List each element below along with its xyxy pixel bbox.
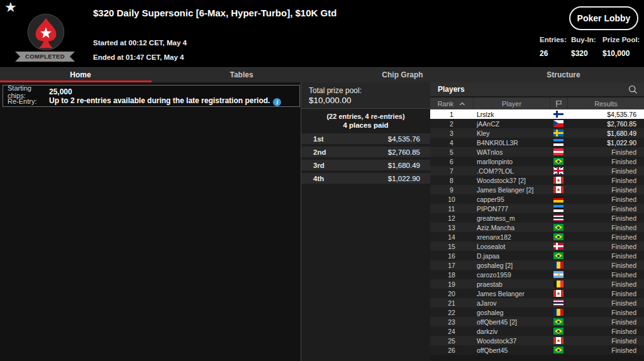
player-flag (550, 233, 567, 240)
payout-amount: $1,022.90 (388, 175, 420, 182)
tournament-info-box: Starting chips: 25,000 Re-Entry: Up to 2… (3, 85, 300, 107)
brazil-flag-icon (553, 158, 564, 165)
re-entry-row: Re-Entry: Up to 2 re-entries available d… (3, 96, 299, 106)
player-result: Finished (567, 233, 644, 241)
player-row[interactable]: 20James BelangerFinished (430, 289, 644, 298)
brazil-flag-icon (553, 224, 564, 231)
info-icon[interactable] (273, 98, 281, 106)
romania-flag-icon (553, 309, 564, 316)
player-row[interactable]: 24darkzivFinished (430, 326, 644, 336)
player-row[interactable]: 8Woodstock37 [2]Finished (430, 175, 644, 185)
player-rank: 1 (430, 111, 473, 118)
player-row[interactable]: 22goshalegFinished (430, 308, 644, 317)
player-name: Kley (473, 130, 550, 137)
player-row[interactable]: 21aJarovFinished (430, 298, 644, 308)
player-row[interactable]: 23offQbert45 [2]Finished (430, 317, 644, 326)
player-name: capper95 (473, 196, 550, 203)
player-name: greatness_m (473, 214, 550, 222)
player-row[interactable]: 7.COM??LOLFinished (430, 166, 644, 175)
player-rank: 8 (430, 177, 473, 184)
player-rank: 7 (430, 167, 473, 175)
poker-lobby-button[interactable]: Poker Lobby (569, 6, 638, 30)
player-row[interactable]: 4B4NKR0LL3R$1,022.90 (430, 138, 644, 147)
player-name: carozo1959 (473, 271, 550, 279)
player-flag (550, 167, 567, 174)
player-flag (550, 130, 567, 136)
payout-place: 2nd (313, 148, 326, 156)
ended-time: Ended at 01:47 CET, May 4 (93, 53, 184, 61)
tab-tables[interactable]: Tables (161, 68, 322, 82)
column-results[interactable]: Results (567, 97, 644, 109)
player-row[interactable]: 3Kley$1,680.49 (430, 128, 644, 138)
player-row[interactable]: 9James Belanger [2]Finished (430, 185, 644, 194)
player-row[interactable]: 13Aziz.ManchaFinished (430, 223, 644, 232)
player-result: Finished (567, 158, 644, 165)
czechia-flag-icon (553, 120, 564, 127)
player-name: B4NKR0LL3R (473, 139, 550, 147)
player-name: WATnlos (473, 148, 550, 156)
player-row[interactable]: 6marllonpintoFinished (430, 157, 644, 166)
player-rank: 26 (430, 347, 473, 354)
player-name: James Belanger (473, 290, 550, 297)
search-icon[interactable] (628, 84, 638, 94)
tab-home[interactable]: Home (0, 68, 161, 82)
player-row[interactable]: 1Lrslzk$4,535.76 (430, 109, 644, 119)
payout-place: 1st (313, 135, 324, 143)
player-row[interactable]: 15LoosealotFinished (430, 242, 644, 251)
player-row[interactable]: 26offQbert45Finished (430, 345, 644, 355)
player-flag (550, 243, 567, 250)
player-row[interactable]: 25Woodstock37Finished (430, 336, 644, 345)
player-result: Finished (567, 318, 644, 326)
player-row[interactable]: 17goshaleg [2]Finished (430, 260, 644, 270)
column-flag[interactable] (550, 97, 567, 109)
player-flag (550, 252, 567, 259)
player-flag (550, 214, 567, 221)
player-row[interactable]: 19praestabFinished (430, 279, 644, 289)
player-row[interactable]: 18carozo1959Finished (430, 270, 644, 279)
player-name: goshaleg (473, 309, 550, 316)
player-rank: 9 (430, 186, 473, 194)
player-flag (550, 158, 567, 165)
player-name: darkziv (473, 328, 550, 335)
player-row[interactable]: 12greatness_mFinished (430, 213, 644, 223)
tab-chip-graph[interactable]: Chip Graph (322, 68, 483, 82)
prizepool-label: Prize Pool: (602, 36, 640, 43)
prizepool-stat: Prize Pool: $10,000 (602, 36, 640, 58)
entries-note: (22 entries, 4 re-entries) 4 places paid (301, 109, 430, 129)
player-flag (550, 328, 567, 335)
player-result: $4,535.76 (567, 111, 644, 118)
player-name: Loosealot (473, 243, 550, 250)
player-name: xrenanx182 (473, 233, 550, 241)
player-flag (550, 139, 567, 146)
tab-structure[interactable]: Structure (483, 68, 644, 82)
player-rank: 22 (430, 309, 473, 316)
flag-icon (555, 100, 563, 108)
column-rank[interactable]: Rank (430, 97, 473, 109)
column-player[interactable]: Player (473, 97, 550, 109)
payout-list: 1st$4,535.762nd$2,760.853rd$1,680.494th$… (301, 133, 430, 184)
player-result: Finished (567, 337, 644, 345)
player-result: Finished (567, 214, 644, 222)
player-name: offQbert45 (473, 347, 550, 354)
finland-flag-icon (553, 111, 564, 118)
favorite-star-icon[interactable]: ★ (4, 0, 17, 16)
romania-flag-icon (553, 262, 564, 269)
status-badge: COMPLETED (15, 52, 75, 62)
player-result: Finished (567, 177, 644, 184)
player-name: jAAnCZ (473, 120, 550, 128)
player-flag (550, 271, 567, 278)
player-name: goshaleg [2] (473, 262, 550, 269)
player-rank: 17 (430, 262, 473, 269)
player-flag (550, 309, 567, 316)
player-row[interactable]: 16D.japaaFinished (430, 251, 644, 260)
player-row[interactable]: 2jAAnCZ$2,760.85 (430, 119, 644, 128)
entries-breakdown: (22 entries, 4 re-entries) (301, 113, 430, 120)
player-flag (550, 337, 567, 344)
player-row[interactable]: 14xrenanx182Finished (430, 232, 644, 242)
player-name: Woodstock37 (473, 337, 550, 345)
brazil-flag-icon (553, 252, 564, 259)
player-row[interactable]: 5WATnlosFinished (430, 147, 644, 157)
player-row[interactable]: 11PIPON777Finished (430, 204, 644, 213)
buyin-stat: Buy-In: $320 (571, 36, 596, 58)
player-row[interactable]: 10capper95Finished (430, 194, 644, 204)
